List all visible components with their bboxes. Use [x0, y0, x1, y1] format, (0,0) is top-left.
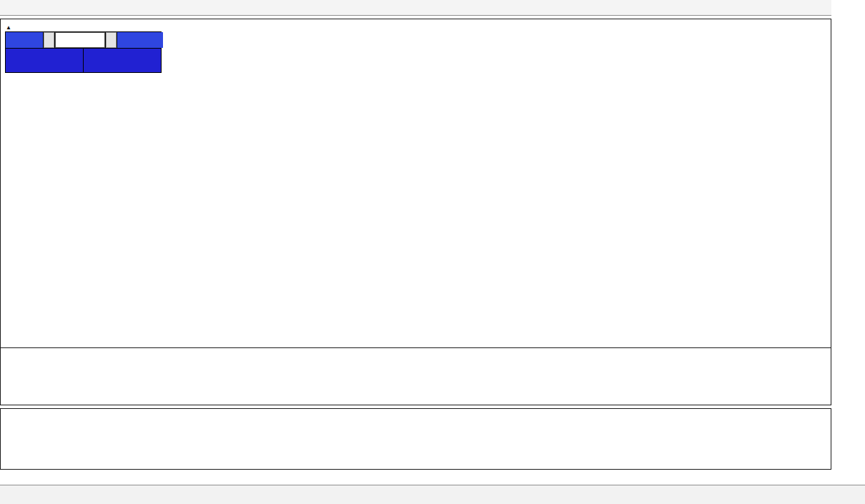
buy-button[interactable]	[117, 32, 163, 48]
macd-indicator-pane[interactable]	[0, 347, 831, 405]
chart-title: ▲	[6, 22, 18, 31]
sell-price-display[interactable]	[6, 49, 83, 72]
volume-increase-button[interactable]	[106, 32, 117, 48]
macd-chart[interactable]	[1, 348, 831, 405]
rsi-chart[interactable]	[1, 409, 831, 469]
timeframe-toolbar	[0, 0, 865, 16]
rsi-indicator-pane[interactable]	[0, 408, 831, 470]
rsi-label	[5, 411, 7, 419]
price-axis[interactable]	[831, 0, 865, 483]
volume-decrease-button[interactable]	[44, 32, 54, 48]
chart-tab-bar	[0, 485, 865, 504]
one-click-trade-panel	[5, 31, 162, 73]
symbol-triangle-icon: ▲	[6, 24, 11, 31]
volume-input[interactable]	[55, 32, 105, 48]
date-axis[interactable]	[0, 470, 831, 484]
macd-label	[5, 350, 7, 358]
sell-button[interactable]	[6, 32, 43, 48]
trade-panel-prices	[6, 49, 163, 72]
trade-panel-controls	[6, 32, 163, 48]
trading-terminal-window: ▲	[0, 0, 865, 504]
buy-price-display[interactable]	[84, 49, 161, 72]
